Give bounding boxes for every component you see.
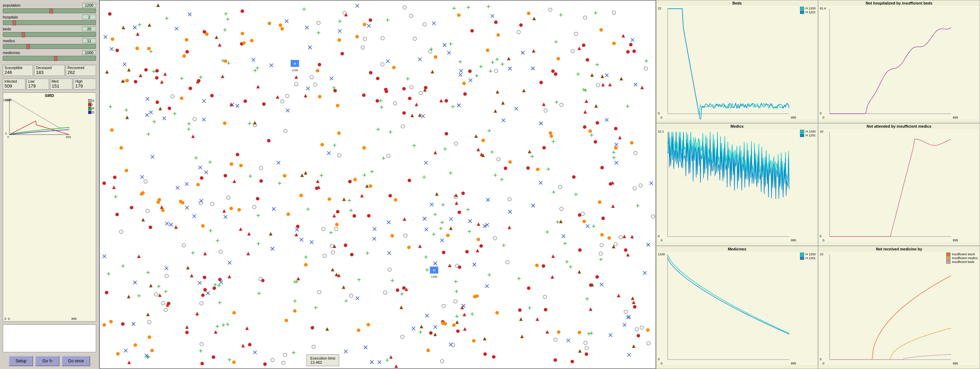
chart-title-3: Not attended by insufficient medics [819,124,979,128]
sird-ymax: 1320 [5,98,11,102]
sird-legend-R: R [88,107,95,110]
chart-panel-1: Not hospitalized by insufficient beds 81… [818,0,980,123]
slider-value-hospitals: 2 [82,14,96,19]
slider-beds[interactable]: beds 20 [3,27,96,37]
slider-thumb-hospitals[interactable] [13,21,16,26]
slider-track-medics[interactable] [3,44,96,49]
chart-panel-4: Medicines H 1200H 1201 1100 0 0 895 [656,246,818,369]
chart-xmax-5: 895 [953,362,958,365]
sird-legend-I: I [88,103,95,106]
stats-row1: Susceptible246Deceased183Recovered262 [3,65,96,76]
legend-item-H_1200: H 1200 [800,252,816,256]
slider-medicines[interactable]: medicines 1000 [3,50,96,61]
chart-ymin-0: 0 [658,112,660,115]
output-box [3,324,96,352]
chart-legend-4: H 1200H 1201 [800,252,816,260]
chart-xmax-4: 895 [791,362,796,365]
sird-legend-D: D [88,110,95,114]
chart-xmin-3: 0 [822,238,824,242]
exec-value: 13.462 [310,360,336,364]
stat-deceased: Deceased183 [34,65,64,76]
stat-med: Med151 [50,78,73,89]
slider-track-beds[interactable] [3,32,96,37]
slider-track-hospitals[interactable] [3,20,96,25]
chart-title-2: Medics [657,124,817,128]
slider-label-beds: beds [3,27,11,31]
sird-legend: SIRD [88,99,95,114]
go-button[interactable]: Go ↻ [35,356,60,366]
chart-title-0: Beds [657,1,817,5]
slider-medics[interactable]: medics 11 [3,38,96,49]
execution-time-box: Execution time 13.462 [307,355,339,366]
buttons-row: SetupGo ↻Go once [3,356,96,366]
chart-xmin-5: 0 [822,362,824,365]
chart-ymax-3: 10 [820,130,823,133]
chart-xmax-3: 895 [953,238,958,242]
chart-title-4: Medicines [657,247,817,251]
sird-legend-S: S [88,99,95,102]
chart-ymin-1: 0 [820,112,821,115]
stats-row2: Infected509Low179Med151High179 [3,78,96,89]
legend-item-H_1201: H 1201 [800,10,816,14]
legend-item-Insufficient_medics: Insufficient medics [946,256,978,260]
sird-ymin: 0 [5,317,6,321]
go-once-button[interactable]: Go once [62,356,90,366]
sim-canvas [100,1,656,369]
slider-population[interactable]: population 1200 [3,3,96,13]
sird-xmax: 895 [72,317,76,321]
stat-infected: Infected509 [3,78,25,89]
sird-xmin: 0 [8,317,10,321]
slider-value-population: 1200 [82,3,96,8]
slider-label-medics: medics [3,39,15,43]
stat-low: Low179 [27,78,49,89]
slider-thumb-population[interactable] [49,9,53,14]
chart-title-5: Not received medicine by [819,247,979,251]
slider-hospitals[interactable]: hospitals 2 [3,14,96,25]
sliders-container: population 1200 hospitals 2 beds 20 medi… [3,3,96,62]
chart-ymax-2: 12.1 [658,130,664,133]
slider-track-population[interactable] [3,8,96,13]
chart-ymin-3: 0 [820,234,821,238]
right-panel: Beds H 1200H 1201 22 0 0 895 Not hospita… [656,0,980,369]
chart-xmin-2: 0 [661,238,662,242]
chart-panel-3: Not attended by insufficient medics 10 0… [818,123,980,246]
chart-ymin-5: 0 [820,358,821,361]
chart-xmax-2: 895 [791,238,796,242]
chart-title-1: Not hospitalized by insufficient beds [819,1,979,5]
stat-high: High179 [73,78,96,89]
legend-item-Insufficient_beds: Insufficient beds [946,260,978,264]
slider-thumb-medics[interactable] [27,44,30,49]
legend-item-H_1201: H 1201 [800,256,816,260]
slider-label-population: population [3,3,21,7]
chart-ymax-4: 1100 [658,252,665,256]
legend-item-Insufficient_stock: Insufficient stock [946,252,978,256]
slider-track-medicines[interactable] [3,56,96,61]
slider-thumb-beds[interactable] [22,32,25,37]
slider-value-medics: 11 [82,38,96,43]
slider-label-medicines: medicines [3,51,20,55]
chart-panel-0: Beds H 1200H 1201 22 0 0 895 [656,0,818,123]
sird-chart: SIRD SIRD 0 1320 0 895 [3,93,96,321]
chart-legend-2: H 1200H 1201 [800,130,816,137]
chart-ymin-4: 0 [658,358,660,361]
slider-value-beds: 20 [82,27,96,31]
stat-recovered: Recovered262 [66,65,96,76]
slider-thumb-medicines[interactable] [54,56,57,61]
chart-xmin-0: 0 [661,116,662,119]
sim-view [99,0,656,369]
left-panel: population 1200 hospitals 2 beds 20 medi… [0,0,99,369]
setup-button[interactable]: Setup [9,356,33,366]
slider-value-medicines: 1000 [82,50,96,55]
chart-ymax-1: 81.4 [820,6,826,10]
chart-ymax-5: 10 [820,252,823,256]
legend-item-H_1201: H 1201 [800,134,816,137]
chart-xmin-1: 0 [822,116,824,119]
legend-item-H_1200: H 1200 [800,6,816,10]
chart-legend-5: Insufficient stockInsufficient medicsIns… [946,252,978,264]
chart-ymin-2: 0 [658,234,660,238]
chart-ymax-0: 22 [658,6,661,10]
exec-label: Execution time [310,356,336,360]
chart-panel-2: Medics H 1200H 1201 12.1 0 0 895 [656,123,818,246]
stat-susceptible: Susceptible246 [3,65,33,76]
chart-legend-0: H 1200H 1201 [800,6,816,14]
